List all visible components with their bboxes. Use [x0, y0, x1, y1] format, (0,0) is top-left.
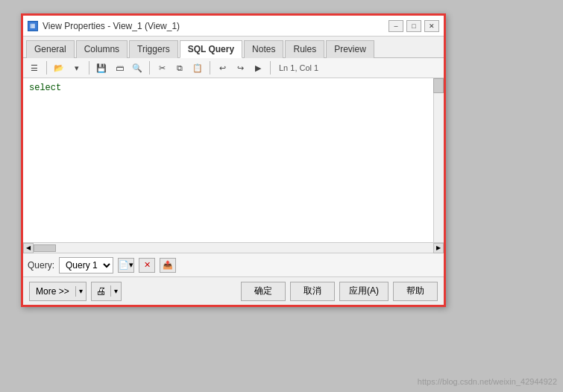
tab-sql-query[interactable]: SQL Query — [180, 40, 242, 58]
more-button[interactable]: More >> ▾ — [29, 282, 87, 301]
toolbar-cut-btn[interactable]: ✂ — [154, 60, 170, 75]
cancel-button[interactable]: 取消 — [290, 282, 335, 301]
tab-columns[interactable]: Columns — [76, 40, 128, 58]
query-new-btn[interactable]: 📄▾ — [118, 258, 134, 273]
editor-toolbar: ☰ 📂 ▾ 💾 🗃 🔍 ✂ ⧉ 📋 ↩ ↪ ▶ Ln 1, Col 1 — [23, 58, 444, 78]
toolbar-find-btn[interactable]: 🔍 — [129, 60, 145, 75]
code-editor-wrapper — [23, 78, 444, 242]
query-export-btn[interactable]: 📤 — [160, 258, 176, 273]
help-button[interactable]: 帮助 — [393, 282, 438, 301]
window-icon: ▦ — [28, 21, 38, 31]
toolbar-sep-1 — [46, 61, 47, 75]
toolbar-sep-3 — [149, 61, 150, 75]
tab-rules[interactable]: Rules — [285, 40, 324, 58]
query-label: Query: — [28, 260, 54, 271]
tab-preview[interactable]: Preview — [326, 40, 374, 58]
toolbar-sep-4 — [210, 61, 210, 75]
scroll-h-thumb[interactable] — [34, 244, 56, 252]
query-select[interactable]: Query 1 — [59, 257, 113, 274]
toolbar-menu-btn[interactable]: ☰ — [26, 60, 43, 75]
print-arrow: ▾ — [111, 287, 121, 295]
cursor-position: Ln 1, Col 1 — [279, 63, 318, 72]
query-delete-btn[interactable]: ✕ — [139, 258, 155, 273]
window-title: View Properties - View_1 (View_1) — [43, 21, 180, 31]
toolbar-sep-5 — [270, 61, 271, 75]
tab-bar: General Columns Triggers SQL Query Notes… — [23, 37, 444, 58]
title-bar-left: ▦ View Properties - View_1 (View_1) — [28, 21, 180, 31]
ok-button[interactable]: 确定 — [241, 282, 286, 301]
print-icon: 🖨 — [92, 285, 111, 297]
title-controls: – □ ✕ — [389, 20, 439, 32]
tab-notes[interactable]: Notes — [244, 40, 283, 58]
sql-editor[interactable] — [23, 78, 444, 242]
toolbar-undo-btn[interactable]: ↩ — [214, 60, 230, 75]
maximize-button[interactable]: □ — [406, 20, 421, 32]
minimize-button[interactable]: – — [389, 20, 403, 32]
scrollbar-thumb-v[interactable] — [433, 78, 444, 93]
scroll-left-arrow[interactable]: ◀ — [23, 243, 34, 253]
scroll-right-arrow[interactable]: ▶ — [433, 243, 444, 253]
toolbar-sep-2 — [89, 61, 89, 75]
horizontal-scrollbar[interactable]: ◀ ▶ — [23, 242, 444, 253]
toolbar-run-btn[interactable]: ▶ — [250, 60, 266, 75]
toolbar-paste-btn[interactable]: 📋 — [189, 60, 206, 75]
dialog-window: ▦ View Properties - View_1 (View_1) – □ … — [21, 13, 446, 307]
toolbar-redo-btn[interactable]: ↪ — [232, 60, 248, 75]
vertical-scrollbar[interactable] — [433, 78, 444, 242]
scroll-h-track — [34, 244, 433, 252]
more-button-arrow: ▾ — [76, 287, 86, 295]
close-button[interactable]: ✕ — [424, 20, 439, 32]
toolbar-saveas-btn[interactable]: 🗃 — [111, 60, 128, 75]
toolbar-open-btn[interactable]: 📂 — [51, 60, 67, 75]
apply-button[interactable]: 应用(A) — [339, 282, 389, 301]
watermark: https://blog.csdn.net/weixin_42944922 — [418, 377, 557, 386]
action-bar: More >> ▾ 🖨 ▾ 确定 取消 应用(A) 帮助 — [23, 276, 444, 305]
tab-triggers[interactable]: Triggers — [129, 40, 178, 58]
tab-general[interactable]: General — [26, 40, 75, 58]
toolbar-copy-btn[interactable]: ⧉ — [172, 60, 188, 75]
print-button[interactable]: 🖨 ▾ — [91, 282, 122, 301]
more-button-label: More >> — [30, 286, 76, 297]
title-bar: ▦ View Properties - View_1 (View_1) – □ … — [23, 16, 444, 37]
toolbar-save-btn[interactable]: 💾 — [93, 60, 110, 75]
query-bar: Query: Query 1 📄▾ ✕ 📤 — [23, 253, 444, 276]
toolbar-open-arrow[interactable]: ▾ — [69, 60, 85, 75]
